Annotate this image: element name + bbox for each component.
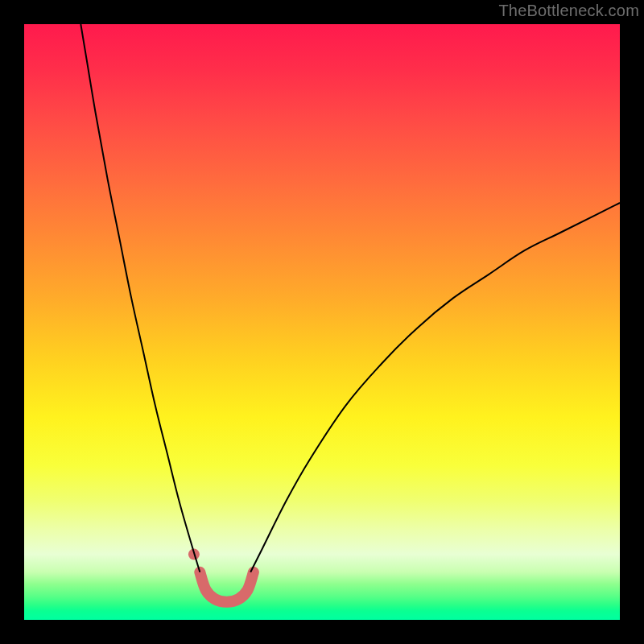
right-branch-path [250, 203, 620, 572]
chart-svg [24, 24, 620, 620]
watermark-text: TheBottleneck.com [498, 2, 639, 20]
left-branch-path [80, 24, 200, 572]
chart-canvas [24, 24, 620, 620]
valley-highlight-path [200, 572, 254, 602]
outer-frame: TheBottleneck.com [0, 0, 644, 644]
